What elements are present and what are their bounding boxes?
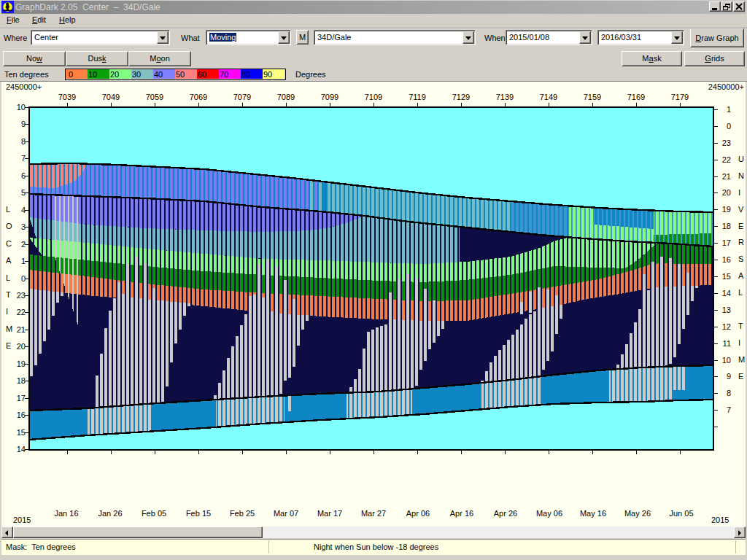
svg-text:8: 8 (21, 137, 26, 146)
svg-text:I: I (6, 307, 8, 316)
svg-text:7119: 7119 (409, 93, 426, 101)
svg-text:7129: 7129 (452, 93, 470, 101)
svg-text:15: 15 (17, 428, 26, 437)
svg-text:22: 22 (17, 308, 26, 316)
svg-text:Feb 15: Feb 15 (186, 509, 211, 518)
svg-text:2015: 2015 (711, 516, 729, 524)
svg-text:7069: 7069 (190, 93, 207, 101)
svg-text:10: 10 (722, 356, 731, 365)
svg-text:6: 6 (21, 171, 26, 180)
svg-text:13: 13 (722, 306, 731, 314)
svg-text:I: I (738, 338, 740, 347)
svg-text:20: 20 (722, 188, 731, 197)
svg-text:15: 15 (722, 272, 731, 281)
svg-text:10: 10 (17, 103, 26, 112)
svg-text:L: L (6, 273, 10, 282)
svg-text:May 16: May 16 (580, 509, 606, 518)
svg-text:Jan 16: Jan 16 (54, 509, 78, 518)
svg-text:1: 1 (727, 105, 731, 114)
svg-text:S: S (738, 254, 743, 263)
svg-text:Jan 26: Jan 26 (98, 509, 122, 518)
svg-text:1: 1 (21, 257, 26, 265)
svg-text:16: 16 (17, 411, 26, 419)
svg-text:19: 19 (722, 205, 731, 214)
svg-text:Feb 25: Feb 25 (230, 509, 255, 518)
svg-text:L: L (738, 288, 743, 297)
svg-text:U: U (738, 155, 744, 163)
svg-text:9: 9 (21, 120, 26, 128)
svg-text:E: E (738, 372, 743, 381)
svg-text:May 26: May 26 (624, 509, 651, 518)
svg-text:7089: 7089 (277, 93, 295, 101)
svg-text:3: 3 (21, 222, 26, 231)
svg-text:2015: 2015 (13, 516, 31, 524)
svg-text:7169: 7169 (627, 93, 645, 101)
svg-text:0: 0 (21, 274, 26, 283)
svg-text:14: 14 (722, 289, 731, 298)
svg-text:O: O (6, 222, 12, 230)
svg-text:Feb 05: Feb 05 (142, 509, 166, 518)
svg-text:21: 21 (17, 325, 26, 334)
svg-text:C: C (6, 239, 12, 248)
svg-text:7139: 7139 (496, 93, 514, 101)
svg-text:17: 17 (17, 394, 26, 402)
svg-text:M: M (738, 355, 745, 364)
svg-text:T: T (6, 290, 11, 299)
svg-text:Apr 16: Apr 16 (450, 509, 473, 518)
svg-text:20: 20 (17, 342, 26, 351)
svg-text:21: 21 (722, 172, 731, 181)
svg-text:11: 11 (723, 339, 731, 348)
svg-text:9: 9 (727, 372, 731, 381)
svg-text:19: 19 (17, 359, 26, 368)
svg-text:5: 5 (21, 188, 26, 197)
svg-text:7: 7 (21, 154, 26, 163)
svg-text:7149: 7149 (540, 93, 557, 101)
svg-text:A: A (6, 256, 12, 265)
svg-text:T: T (738, 322, 743, 330)
svg-text:4: 4 (21, 206, 26, 214)
svg-text:Mar 07: Mar 07 (274, 509, 298, 518)
svg-text:Apr 06: Apr 06 (406, 509, 430, 518)
svg-text:A: A (738, 271, 744, 280)
svg-text:0: 0 (727, 122, 731, 131)
svg-text:7039: 7039 (58, 93, 76, 101)
svg-text:2450000+: 2450000+ (6, 82, 42, 91)
svg-text:8: 8 (727, 389, 731, 397)
svg-text:N: N (738, 171, 744, 180)
svg-text:May 06: May 06 (536, 509, 562, 518)
svg-text:7079: 7079 (233, 93, 251, 101)
svg-text:7099: 7099 (321, 93, 338, 101)
svg-text:7049: 7049 (102, 93, 120, 101)
svg-text:12: 12 (722, 322, 731, 331)
svg-text:Jun 05: Jun 05 (669, 509, 693, 518)
svg-text:7179: 7179 (671, 93, 689, 101)
svg-text:18: 18 (17, 376, 26, 385)
svg-text:18: 18 (722, 222, 731, 230)
svg-text:E: E (6, 341, 11, 350)
svg-text:Mar 17: Mar 17 (317, 509, 342, 518)
svg-text:Mar 27: Mar 27 (361, 509, 386, 518)
svg-text:R: R (738, 238, 744, 246)
svg-text:7109: 7109 (365, 93, 382, 101)
svg-text:7159: 7159 (584, 93, 601, 101)
svg-text:M: M (6, 324, 12, 333)
svg-text:V: V (738, 205, 744, 214)
svg-text:7: 7 (727, 405, 731, 414)
svg-text:L: L (6, 205, 10, 214)
svg-text:23: 23 (17, 291, 26, 300)
svg-text:Apr 26: Apr 26 (494, 509, 517, 518)
svg-text:23: 23 (722, 139, 731, 147)
svg-text:I: I (738, 188, 740, 197)
svg-text:7059: 7059 (146, 93, 163, 101)
svg-text:2: 2 (21, 240, 26, 249)
svg-text:14: 14 (17, 445, 26, 454)
svg-text:22: 22 (722, 155, 731, 164)
svg-text:2450000+: 2450000+ (708, 82, 744, 91)
svg-text:17: 17 (722, 238, 731, 247)
svg-text:16: 16 (722, 255, 731, 264)
svg-text:E: E (738, 222, 743, 230)
